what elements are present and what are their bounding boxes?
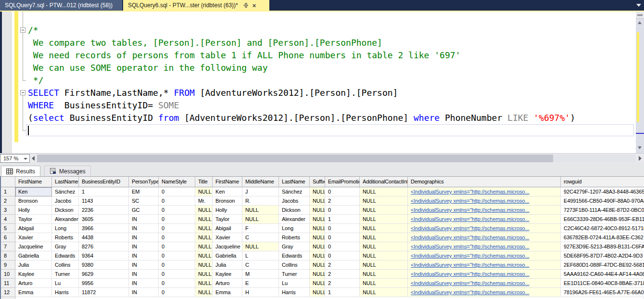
grid-cell[interactable]: Xavier (213, 233, 242, 242)
grid-cell[interactable]: 0 (325, 206, 360, 215)
grid-cell[interactable]: 5AAA9162-CA60-44E4-AF14-4A08 (561, 270, 644, 279)
grid-cell[interactable]: M (242, 270, 279, 279)
grid-cell[interactable]: NULL (195, 270, 213, 279)
row-header[interactable]: 1 (1, 187, 15, 196)
grid-cell[interactable]: Sánchez (52, 187, 79, 196)
grid-cell[interactable]: NULL (242, 215, 279, 224)
row-header[interactable]: 8 (1, 251, 15, 260)
grid-cell[interactable]: NULL (360, 279, 408, 288)
grid-cell[interactable]: 5DE68F95-87D7-4B02-A2D4-9D3 (561, 251, 644, 260)
grid-cell[interactable]: Gabriella (15, 251, 52, 260)
vertical-scrollbar[interactable] (636, 12, 644, 153)
grid-cell[interactable]: NULL (360, 196, 408, 206)
tab-messages[interactable]: Messages (44, 166, 91, 176)
grid-cell[interactable]: 2 (325, 260, 360, 270)
grid-cell[interactable]: Mr. (195, 196, 213, 206)
grid-cell[interactable]: Turner (279, 270, 310, 279)
grid-cell[interactable]: 927E3D9E-5213-4B89-B131-C6FA (561, 242, 644, 251)
grid-cell[interactable]: <IndividualSurvey xmlns="http://schemas.… (408, 196, 561, 206)
grid-cell[interactable]: <IndividualSurvey xmlns="http://schemas.… (408, 260, 561, 270)
grid-cell[interactable]: Taylor (213, 215, 242, 224)
grid-cell[interactable]: Kaylee (213, 270, 242, 279)
grid-cell[interactable]: NULL (310, 251, 325, 260)
grid-cell[interactable]: 3966 (79, 224, 129, 233)
grid-cell[interactable]: Alexander (52, 215, 79, 224)
grid-cell[interactable]: NULL (195, 187, 213, 196)
column-header-lastname[interactable]: LastName (279, 177, 310, 187)
grid-cell[interactable]: NULL (242, 206, 279, 215)
grid-cell[interactable]: 0 (159, 206, 195, 215)
grid-cell[interactable]: Emma (15, 288, 52, 297)
grid-cell[interactable]: 92C4279F-1207-48A3-8448-46365C (561, 187, 644, 196)
grid-cell[interactable]: 0 (325, 242, 360, 251)
column-header-title[interactable]: Title (195, 177, 213, 187)
grid-cell[interactable]: Edwards (279, 251, 310, 260)
column-header-middlename[interactable]: MiddleName (242, 177, 279, 187)
grid-cell[interactable]: NULL (195, 279, 213, 288)
grid-cell[interactable]: NULL (195, 215, 213, 224)
grid-cell[interactable]: Alexander (279, 215, 310, 224)
grid-cell[interactable]: NULL (310, 242, 325, 251)
zoom-combo[interactable]: 157 % (0, 154, 30, 163)
grid-cell[interactable]: 0 (159, 187, 195, 196)
demographics-link[interactable]: <IndividualSurvey xmlns="http://schemas.… (411, 253, 530, 259)
grid-cell[interactable]: 4438 (79, 233, 129, 242)
grid-cell[interactable]: E4991566-CB50-490F-88A0-970A8 (561, 196, 644, 206)
zoom-dropdown-icon[interactable] (24, 158, 27, 160)
pin-icon[interactable] (243, 2, 249, 8)
code-line[interactable]: /* (28, 24, 634, 37)
demographics-link[interactable]: <IndividualSurvey xmlns="http://schemas.… (411, 198, 530, 204)
column-header-demographics[interactable]: Demographics (408, 177, 561, 187)
grid-cell[interactable]: EE1D11CE-0840-40C8-8BAE-3718 (561, 279, 644, 288)
grid-cell[interactable]: Abigail (213, 224, 242, 233)
column-header-businessentityid[interactable]: BusinessEntityID (79, 177, 129, 187)
column-header-lastname[interactable]: LastName (52, 177, 79, 187)
code-line[interactable]: (select BusinessEntityID from [Adventure… (28, 112, 634, 124)
grid-cell[interactable]: 2 (325, 270, 360, 279)
grid-cell[interactable]: Gray (279, 242, 310, 251)
grid-cell[interactable]: NULL (360, 288, 408, 297)
grid-cell[interactable]: Jacqueline (15, 242, 52, 251)
grid-cell[interactable]: NULL (195, 251, 213, 260)
row-header[interactable]: 11 (1, 279, 15, 288)
grid-cell[interactable]: NULL (242, 242, 279, 251)
grid-cell[interactable]: 2 (325, 279, 360, 288)
grid-cell[interactable]: NULL (360, 251, 408, 260)
grid-cell[interactable]: 0 (325, 251, 360, 260)
tab-sqlquery7[interactable]: SQLQuery7.sql - PTW...012 (ridbtest (58)… (0, 0, 122, 11)
grid-cell[interactable]: NULL (310, 206, 325, 215)
grid-cell[interactable]: E66C3339-28D6-46BB-953F-EB11 (561, 215, 644, 224)
grid-cell[interactable]: Bronson (213, 196, 242, 206)
demographics-link[interactable]: <IndividualSurvey xmlns="http://schemas.… (411, 189, 530, 195)
row-header[interactable]: 9 (1, 260, 15, 270)
grid-cell[interactable]: NULL (310, 233, 325, 242)
row-header[interactable]: 2 (1, 196, 15, 206)
grid-cell[interactable]: <IndividualSurvey xmlns="http://schemas.… (408, 224, 561, 233)
grid-cell[interactable]: <IndividualSurvey xmlns="http://schemas.… (408, 233, 561, 242)
grid-cell[interactable]: IN (129, 279, 159, 288)
results-grid[interactable]: FirstNameLastNameBusinessEntityIDPersonT… (1, 176, 644, 299)
grid-cell[interactable]: 0 (325, 224, 360, 233)
grid-cell[interactable]: <IndividualSurvey xmlns="http://schemas.… (408, 251, 561, 260)
grid-cell[interactable]: 7273F1B0-111A-4E8E-87D2-0BC0 (561, 206, 644, 215)
grid-cell[interactable]: Xavier (15, 233, 52, 242)
grid-cell[interactable]: 0 (159, 224, 195, 233)
grid-cell[interactable]: IN (129, 215, 159, 224)
grid-cell[interactable]: NULL (310, 187, 325, 196)
grid-cell[interactable]: <IndividualSurvey xmlns="http://schemas.… (408, 270, 561, 279)
row-header[interactable]: 10 (1, 270, 15, 279)
grid-cell[interactable]: 78196A26-FE61-46E5-A77E-66A0 (561, 288, 644, 297)
column-header-firstname[interactable]: FirstName (213, 177, 242, 187)
grid-cell[interactable]: Taylor (15, 215, 52, 224)
column-header-firstname[interactable]: FirstName (15, 177, 52, 187)
grid-cell[interactable]: 11872 (79, 288, 129, 297)
grid-cell[interactable]: 1143 (79, 196, 129, 206)
row-header[interactable]: 12 (1, 288, 15, 297)
tab-results[interactable]: Results (1, 166, 40, 176)
grid-cell[interactable]: 0 (159, 196, 195, 206)
demographics-link[interactable]: <IndividualSurvey xmlns="http://schemas.… (411, 216, 530, 222)
column-header-rowguid[interactable]: rowguid (561, 177, 644, 187)
grid-cell[interactable]: SC (129, 196, 159, 206)
demographics-link[interactable]: <IndividualSurvey xmlns="http://schemas.… (411, 271, 530, 277)
close-icon[interactable]: × (253, 2, 256, 9)
